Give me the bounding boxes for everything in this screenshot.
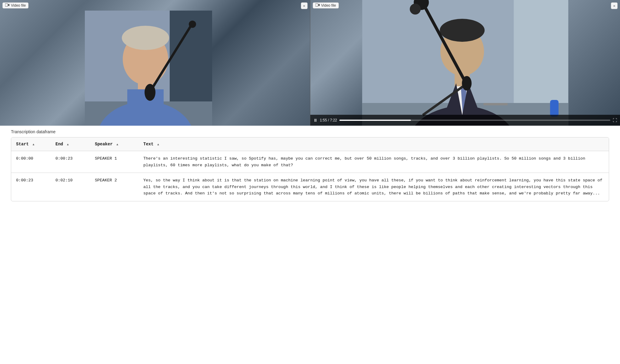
section-title: Transcription dataframe — [0, 126, 620, 137]
cell-start-1: 0:00:23 — [11, 173, 51, 201]
transcription-table: Start ▲ End ▲ Speaker ▲ Text ▲ 0:00 — [11, 137, 609, 201]
table-row: 0:00:00 0:00:23 SPEAKER 1 There's an int… — [11, 151, 609, 173]
right-video-bg — [310, 0, 620, 126]
left-video-label: Video file — [2, 2, 28, 8]
table-header: Start ▲ End ▲ Speaker ▲ Text ▲ — [11, 137, 609, 151]
cell-end-1: 0:02:10 — [51, 173, 90, 201]
col-end-label: End — [55, 142, 63, 147]
right-video-close[interactable]: × — [611, 2, 618, 9]
pause-button[interactable]: ⏸ — [313, 118, 318, 123]
cell-end-0: 0:00:23 — [51, 151, 90, 173]
right-video-label-text: Video file — [321, 3, 336, 8]
col-header-text[interactable]: Text ▲ — [138, 137, 609, 151]
cell-text-0: There's an interesting statistic I saw, … — [138, 151, 609, 173]
svg-marker-33 — [318, 4, 320, 6]
video-icon-left — [5, 3, 9, 8]
svg-point-27 — [410, 4, 421, 15]
time-display: 1:55 / 7:22 — [320, 118, 337, 122]
left-video-label-text: Video file — [11, 3, 26, 8]
sort-icon-end: ▲ — [67, 143, 69, 146]
total-time: 7:22 — [330, 118, 337, 122]
cell-speaker-0: SPEAKER 1 — [90, 151, 138, 173]
table-row: 0:00:23 0:02:10 SPEAKER 2 Yes, so the wa… — [11, 173, 609, 201]
left-person-figure — [85, 11, 212, 126]
right-person-figure — [310, 0, 620, 126]
svg-point-5 — [122, 26, 169, 50]
video-section: Video file × — [0, 0, 620, 126]
col-speaker-label: Speaker — [95, 142, 113, 147]
table-body: 0:00:00 0:00:23 SPEAKER 1 There's an int… — [11, 151, 609, 201]
col-header-start[interactable]: Start ▲ — [11, 137, 51, 151]
sort-icon-speaker: ▲ — [116, 143, 118, 146]
svg-point-10 — [145, 84, 155, 101]
sort-icon-text: ▲ — [157, 143, 159, 146]
cell-text-1: Yes, so the way I think about it is that… — [138, 173, 609, 201]
left-video-bg — [0, 0, 310, 126]
svg-marker-12 — [8, 4, 9, 6]
svg-rect-31 — [483, 103, 508, 105]
left-video-close[interactable]: × — [301, 2, 308, 9]
svg-point-9 — [189, 21, 196, 28]
current-time: 1:55 — [320, 118, 327, 122]
svg-rect-11 — [5, 4, 8, 6]
time-separator: / — [328, 118, 330, 122]
svg-point-29 — [462, 76, 472, 91]
fullscreen-button[interactable]: ⛶ — [613, 118, 617, 123]
right-video-container: Video file × ⏸ 1:55 / 7:22 ⛶ — [310, 0, 620, 126]
svg-rect-32 — [315, 4, 318, 6]
svg-point-21 — [440, 19, 485, 42]
col-header-speaker[interactable]: Speaker ▲ — [90, 137, 138, 151]
svg-rect-30 — [550, 100, 558, 117]
progress-bar[interactable] — [339, 120, 610, 121]
cell-start-0: 0:00:00 — [11, 151, 51, 173]
cell-speaker-1: SPEAKER 2 — [90, 173, 138, 201]
col-text-label: Text — [143, 142, 154, 147]
sort-icon-start: ▲ — [32, 143, 34, 146]
video-controls: ⏸ 1:55 / 7:22 ⛶ — [310, 115, 620, 126]
video-icon-right — [315, 3, 320, 8]
left-video-container: Video file × — [0, 0, 310, 126]
right-video-label: Video file — [313, 2, 339, 8]
col-header-end[interactable]: End ▲ — [51, 137, 90, 151]
transcription-table-wrapper: Start ▲ End ▲ Speaker ▲ Text ▲ 0:00 — [11, 137, 609, 201]
col-start-label: Start — [16, 142, 29, 147]
progress-fill — [339, 120, 411, 121]
